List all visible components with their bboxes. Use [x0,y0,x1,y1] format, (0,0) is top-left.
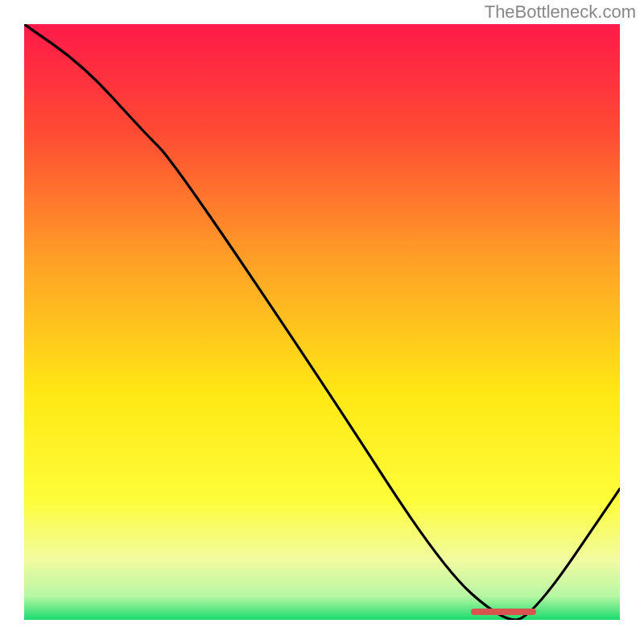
optimal-zone-marker [471,609,536,615]
chart-container: TheBottleneck.com [0,0,644,644]
watermark-label: TheBottleneck.com [485,2,636,23]
bottleneck-curve [24,24,620,620]
plot-area [24,24,620,620]
